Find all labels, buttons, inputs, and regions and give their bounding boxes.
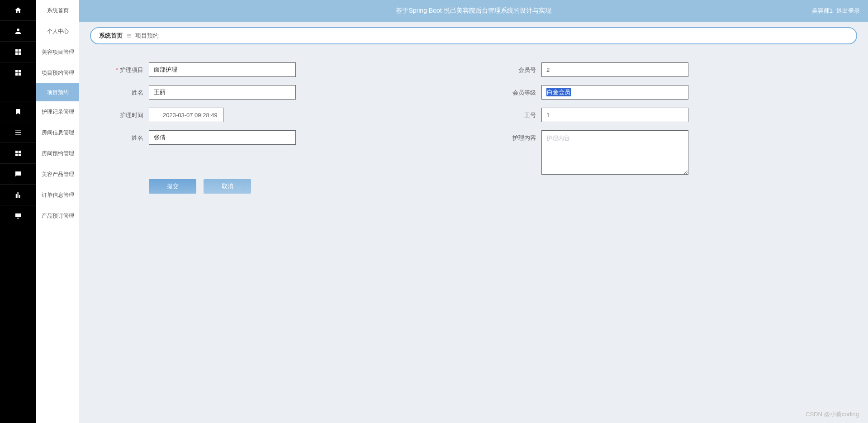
form-area: 护理项目 姓名 护理时间 姓名 提交 — [90, 62, 857, 194]
screen-icon — [14, 212, 22, 220]
sidebar-icon-beauty-project[interactable] — [0, 42, 36, 62]
header: 基于Spring Boot 悦己美容院后台管理系统的设计与实现 美容师1 退出登… — [79, 0, 868, 22]
logout-link[interactable]: 退出登录 — [836, 7, 860, 15]
input-job-no[interactable] — [541, 108, 688, 122]
sidebar-icon-product-booking[interactable] — [0, 205, 36, 226]
sidebar-item-room-appointment[interactable]: 房间预约管理 — [36, 143, 79, 164]
sidebar-icon-room-appointment[interactable] — [0, 143, 36, 164]
sidebar-item-project-appointment[interactable]: 项目预约 — [36, 83, 79, 101]
button-row: 提交 取消 — [149, 179, 465, 194]
breadcrumb: 系统首页 项目预约 — [90, 27, 857, 44]
input-member-no[interactable] — [541, 62, 688, 77]
breadcrumb-home[interactable]: 系统首页 — [99, 32, 123, 40]
sidebar-icon-order-info[interactable] — [0, 185, 36, 205]
submit-button[interactable]: 提交 — [149, 179, 196, 194]
sidebar-item-order-info[interactable]: 订单信息管理 — [36, 185, 79, 205]
sidebar-item-beauty-product[interactable]: 美容产品管理 — [36, 164, 79, 185]
input-care-project[interactable] — [149, 62, 296, 77]
label-care-time: 护理时间 — [104, 108, 149, 119]
sidebar-item-care-record[interactable]: 护理记录管理 — [36, 101, 79, 122]
header-right: 美容师1 退出登录 — [812, 7, 860, 15]
form-left-column: 护理项目 姓名 护理时间 姓名 提交 — [90, 62, 465, 194]
input-care-time[interactable] — [149, 108, 223, 122]
label-name1: 姓名 — [104, 85, 149, 97]
sidebar-icon-room-info[interactable] — [0, 122, 36, 143]
input-name1[interactable] — [149, 85, 296, 100]
breadcrumb-current: 项目预约 — [135, 32, 159, 40]
grid-icon — [14, 48, 22, 56]
user-icon — [14, 27, 22, 35]
row-name2: 姓名 — [104, 130, 465, 145]
label-care-content: 护理内容 — [496, 130, 541, 142]
row-care-project: 护理项目 — [104, 62, 465, 77]
sidebar-icon-active-spacer — [0, 83, 36, 101]
row-job-no: 工号 — [496, 108, 857, 122]
sidebar-icon-beauty-product[interactable] — [0, 164, 36, 185]
row-care-time: 护理时间 — [104, 108, 465, 122]
grid-icon — [14, 149, 22, 157]
chart-icon — [14, 191, 22, 199]
page-title: 基于Spring Boot 悦己美容院后台管理系统的设计与实现 — [396, 7, 551, 15]
row-member-no: 会员号 — [496, 62, 857, 77]
input-care-content[interactable] — [541, 130, 688, 175]
content-area: 系统首页 项目预约 护理项目 姓名 护理时间 — [79, 22, 868, 423]
row-member-level: 会员等级 白金会员 — [496, 85, 857, 100]
date-wrapper — [149, 108, 223, 122]
sidebar-icon-user[interactable] — [0, 21, 36, 42]
label-member-no: 会员号 — [496, 62, 541, 74]
label-job-no: 工号 — [496, 108, 541, 119]
label-name2: 姓名 — [104, 130, 149, 142]
row-name1: 姓名 — [104, 85, 465, 100]
grid-icon — [14, 69, 22, 77]
chat-icon — [14, 170, 22, 178]
sidebar-item-room-info[interactable]: 房间信息管理 — [36, 122, 79, 143]
current-user[interactable]: 美容师1 — [812, 7, 833, 15]
sidebar-item-home[interactable]: 系统首页 — [36, 0, 79, 21]
icon-sidebar — [0, 0, 36, 423]
input-name2[interactable] — [149, 130, 296, 145]
row-care-content: 护理内容 — [496, 130, 857, 175]
label-member-level: 会员等级 — [496, 85, 541, 97]
input-member-level[interactable]: 白金会员 — [541, 85, 688, 100]
sidebar-icon-care-record[interactable] — [0, 101, 36, 122]
text-sidebar: 系统首页 个人中心 美容项目管理 项目预约管理 项目预约 护理记录管理 房间信息… — [36, 0, 79, 423]
member-level-selected-text: 白金会员 — [546, 88, 571, 96]
label-care-project: 护理项目 — [104, 62, 149, 74]
breadcrumb-separator-icon — [126, 33, 132, 38]
sidebar-item-product-booking[interactable]: 产品预订管理 — [36, 205, 79, 226]
sidebar-icon-project-appointment[interactable] — [0, 62, 36, 83]
sidebar-item-beauty-project[interactable]: 美容项目管理 — [36, 42, 79, 62]
cancel-button[interactable]: 取消 — [204, 179, 251, 194]
list-icon — [14, 128, 22, 137]
sidebar-item-personal[interactable]: 个人中心 — [36, 21, 79, 42]
bookmark-icon — [14, 108, 22, 116]
home-icon — [14, 6, 22, 14]
sidebar-item-project-appointment-mgmt[interactable]: 项目预约管理 — [36, 62, 79, 83]
form-right-column: 会员号 会员等级 白金会员 工号 护理内容 — [483, 62, 857, 194]
sidebar-icon-home[interactable] — [0, 0, 36, 21]
